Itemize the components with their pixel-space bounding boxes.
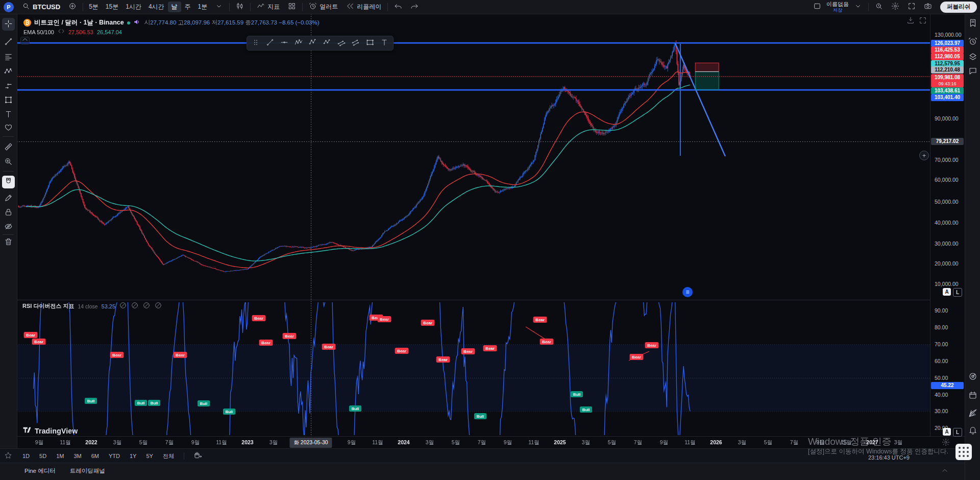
crosshair-tool[interactable] [2, 18, 15, 31]
disjoint-channel-tool[interactable] [335, 37, 348, 49]
legend-collapse-button[interactable] [20, 37, 30, 44]
range-button-YTD[interactable]: YTD [109, 453, 120, 459]
rectangle-tool[interactable] [363, 37, 377, 49]
drawing-lock-icon [4, 194, 13, 204]
range-button-3M[interactable]: 3M [74, 453, 81, 459]
goto-date-button[interactable] [194, 451, 202, 461]
drag-handle[interactable] [249, 37, 262, 49]
lock-all-tool[interactable] [2, 206, 15, 219]
chart-type-button[interactable] [232, 2, 248, 13]
screenshot-button[interactable] [920, 2, 936, 13]
elliott-correction-wave-icon [323, 38, 331, 48]
settings-button[interactable] [887, 2, 903, 13]
replay-button[interactable]: 리플레이 [342, 2, 385, 13]
range-button-1M[interactable]: 1M [56, 453, 64, 459]
layout-menu-button[interactable] [850, 2, 866, 13]
download-icon[interactable] [906, 16, 915, 26]
elliott-impulse-wave-tool[interactable] [306, 37, 320, 49]
publish-button[interactable]: 퍼블리쉬 [940, 2, 977, 13]
compare-add-button[interactable] [64, 2, 81, 13]
layout-name-block[interactable]: 이름없음 저장 [826, 2, 849, 13]
sidebar-alerts-button[interactable] [967, 36, 978, 47]
interval-button-1시간[interactable]: 1시간 [122, 2, 145, 12]
sidebar-layers-button[interactable] [967, 52, 978, 63]
log-scale-button[interactable]: L [953, 428, 962, 437]
shapes-tool[interactable] [2, 94, 15, 107]
range-button-1Y[interactable]: 1Y [130, 453, 136, 459]
magnet-tool[interactable] [2, 176, 15, 188]
user-avatar[interactable]: P [4, 2, 14, 12]
ruler-tool[interactable] [2, 141, 15, 154]
sidebar-target-button[interactable] [967, 371, 978, 382]
sidebar-watchlist-button[interactable] [967, 18, 978, 29]
alert-button[interactable]: 얼러트 [305, 2, 342, 13]
interval-button-날[interactable]: 날 [168, 2, 181, 12]
redo-button[interactable] [406, 2, 423, 13]
elliott-wave-tool[interactable] [292, 37, 305, 49]
sidebar-web-button[interactable] [967, 408, 978, 419]
flat-channel-tool[interactable] [349, 37, 362, 49]
lock-all-icon [4, 208, 13, 218]
add-alert-plus-button[interactable]: + [919, 151, 929, 160]
pane-separator[interactable] [17, 300, 965, 300]
trash-tool[interactable] [2, 236, 15, 249]
interval-button-5분[interactable]: 5분 [85, 2, 102, 12]
log-scale-button[interactable]: L [953, 288, 962, 297]
range-button-1D[interactable]: 1D [22, 453, 30, 459]
undo-button[interactable] [390, 2, 406, 13]
tradingview-logo[interactable]: TradingView [22, 425, 78, 436]
sidebar-chat-button[interactable] [967, 66, 978, 77]
emoji-tool[interactable] [2, 122, 15, 134]
symbol-search-button[interactable]: BTCUSD [18, 2, 64, 13]
indicator-templates-button[interactable] [284, 2, 300, 13]
range-button-6M[interactable]: 6M [91, 453, 99, 459]
indicators-button[interactable]: 지표 [253, 2, 284, 13]
auto-scale-button[interactable]: A [943, 288, 951, 296]
layout-select-button[interactable] [809, 2, 825, 13]
text-tool[interactable] [2, 108, 15, 121]
trend-line-tool[interactable] [263, 37, 277, 49]
symbol-legend[interactable]: ₿ 비트코인 / 달러 · 1날 · Binance 시27,774.80 고2… [23, 18, 320, 28]
range-button-5Y[interactable]: 5Y [146, 453, 153, 459]
maximize-pane-icon[interactable] [919, 16, 927, 26]
price-scale[interactable]: + A L A L 130,000.00100,000.0090,000.007… [930, 14, 965, 436]
tab-Pine 에디터[interactable]: Pine 에디터 [24, 467, 56, 475]
favorite-drawings-toolbar[interactable] [247, 36, 394, 51]
quick-search-button[interactable] [871, 2, 887, 13]
range-button-전체[interactable]: 전체 [163, 452, 174, 460]
rsi-legend[interactable]: RSI 다이버전스 지표 14 close 53.25 [22, 301, 162, 311]
divider [3, 136, 14, 137]
xabcd-pattern-tool[interactable] [2, 65, 15, 78]
forecast-tool[interactable] [2, 80, 15, 92]
text-tool[interactable] [378, 37, 391, 49]
horizontal-line-tool[interactable] [278, 37, 291, 49]
tab-트레이딩패널[interactable]: 트레이딩패널 [70, 467, 105, 475]
interval-button-4시간[interactable]: 4시간 [145, 2, 168, 12]
chart-canvas[interactable] [17, 14, 930, 436]
symbol-title: 비트코인 / 달러 · 1날 · Binance [34, 18, 124, 27]
interval-button-1분[interactable]: 1분 [194, 2, 211, 12]
auto-scale-button[interactable]: A [943, 428, 951, 436]
range-button-5D[interactable]: 5D [39, 453, 46, 459]
drawing-lock-tool[interactable] [2, 192, 15, 205]
ema-legend[interactable]: EMA 50/100 27,506.53 26,547.04 [23, 27, 122, 37]
keypad-button[interactable] [955, 444, 972, 460]
zoom-in-tool[interactable] [2, 156, 15, 169]
collapse-panel-chevron-icon[interactable] [941, 467, 949, 476]
sidebar-calendar-button[interactable] [967, 390, 978, 401]
hide-all-tool[interactable] [2, 221, 15, 233]
axis-settings-gear-icon[interactable] [942, 438, 950, 448]
interval-expand-button[interactable] [211, 2, 227, 13]
stream-badge[interactable]: ≡ [682, 287, 693, 297]
favorites-star-icon[interactable] [4, 451, 12, 461]
fullscreen-button[interactable] [903, 2, 920, 13]
interval-button-15분[interactable]: 15분 [102, 2, 122, 12]
disjoint-channel-icon [337, 38, 346, 48]
interval-button-주[interactable]: 주 [181, 2, 194, 12]
time-label: 11월 [528, 439, 539, 446]
fib-retracement-tool[interactable] [2, 51, 15, 64]
trend-line-tool[interactable] [2, 36, 15, 49]
elliott-correction-wave-tool[interactable] [321, 37, 334, 49]
time-label: 7월 [634, 439, 642, 446]
sidebar-bell-button[interactable] [967, 425, 978, 436]
